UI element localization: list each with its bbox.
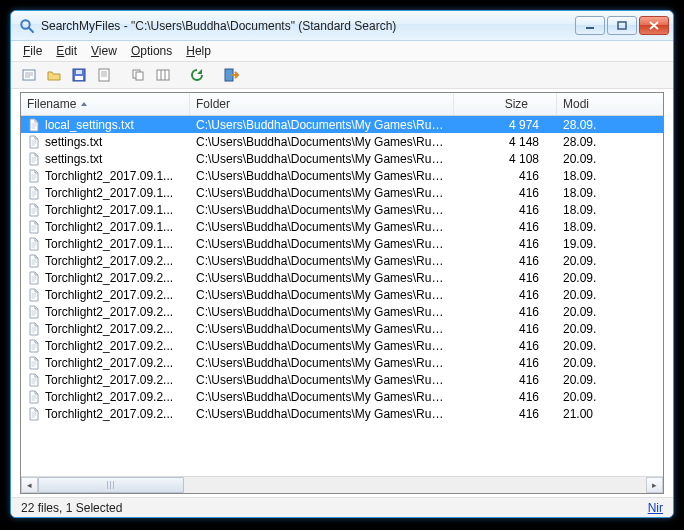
cell-filename: Torchlight2_2017.09.2...: [21, 322, 190, 336]
table-row[interactable]: Torchlight2_2017.09.2...C:\Users\Buddha\…: [21, 320, 663, 337]
cell-modified: 18.09.: [557, 186, 619, 200]
column-header-folder[interactable]: Folder: [190, 93, 454, 115]
filename-text: Torchlight2_2017.09.2...: [45, 373, 173, 387]
menu-edit[interactable]: Edit: [50, 42, 83, 60]
scroll-thumb[interactable]: [38, 477, 184, 493]
cell-filename: Torchlight2_2017.09.2...: [21, 271, 190, 285]
cell-modified: 20.09.: [557, 339, 619, 353]
toolbar-open-button[interactable]: [42, 64, 66, 86]
table-row[interactable]: Torchlight2_2017.09.1...C:\Users\Buddha\…: [21, 201, 663, 218]
table-row[interactable]: Torchlight2_2017.09.1...C:\Users\Buddha\…: [21, 184, 663, 201]
table-row[interactable]: Torchlight2_2017.09.2...C:\Users\Buddha\…: [21, 354, 663, 371]
cell-folder: C:\Users\Buddha\Documents\My Games\Runic…: [190, 390, 454, 404]
horizontal-scrollbar[interactable]: ◂ ▸: [21, 476, 663, 493]
file-listview[interactable]: Filename Folder Size Modi local_settings…: [20, 92, 664, 494]
cell-filename: Torchlight2_2017.09.2...: [21, 407, 190, 421]
cell-folder: C:\Users\Buddha\Documents\My Games\Runic…: [190, 271, 454, 285]
toolbar-properties-button[interactable]: [92, 64, 116, 86]
table-row[interactable]: Torchlight2_2017.09.2...C:\Users\Buddha\…: [21, 337, 663, 354]
table-row[interactable]: local_settings.txtC:\Users\Buddha\Docume…: [21, 116, 663, 133]
cell-folder: C:\Users\Buddha\Documents\My Games\Runic…: [190, 203, 454, 217]
cell-folder: C:\Users\Buddha\Documents\My Games\Runic…: [190, 237, 454, 251]
file-icon: [27, 271, 41, 285]
column-header-modified[interactable]: Modi: [557, 93, 619, 115]
menu-help[interactable]: Help: [180, 42, 217, 60]
scroll-left-arrow-icon[interactable]: ◂: [21, 477, 38, 493]
cell-size: 416: [454, 390, 557, 404]
filename-text: Torchlight2_2017.09.2...: [45, 407, 173, 421]
toolbar-save-button[interactable]: [67, 64, 91, 86]
cell-filename: Torchlight2_2017.09.2...: [21, 288, 190, 302]
filename-text: Torchlight2_2017.09.2...: [45, 356, 173, 370]
cell-size: 416: [454, 373, 557, 387]
filename-text: Torchlight2_2017.09.2...: [45, 271, 173, 285]
cell-filename: Torchlight2_2017.09.1...: [21, 186, 190, 200]
toolbar-search-button[interactable]: [17, 64, 41, 86]
menu-options[interactable]: Options: [125, 42, 178, 60]
file-icon: [27, 254, 41, 268]
cell-folder: C:\Users\Buddha\Documents\My Games\Runic…: [190, 169, 454, 183]
menu-view[interactable]: View: [85, 42, 123, 60]
svg-rect-16: [136, 72, 143, 80]
cell-filename: Torchlight2_2017.09.1...: [21, 203, 190, 217]
cell-size: 416: [454, 305, 557, 319]
app-icon: [19, 18, 35, 34]
filename-text: Torchlight2_2017.09.1...: [45, 237, 173, 251]
cell-filename: Torchlight2_2017.09.2...: [21, 390, 190, 404]
table-row[interactable]: Torchlight2_2017.09.2...C:\Users\Buddha\…: [21, 252, 663, 269]
maximize-button[interactable]: [607, 16, 637, 35]
cell-filename: Torchlight2_2017.09.2...: [21, 339, 190, 353]
file-icon: [27, 339, 41, 353]
table-row[interactable]: settings.txtC:\Users\Buddha\Documents\My…: [21, 150, 663, 167]
table-row[interactable]: Torchlight2_2017.09.2...C:\Users\Buddha\…: [21, 388, 663, 405]
cell-modified: 18.09.: [557, 169, 619, 183]
filename-text: Torchlight2_2017.09.1...: [45, 203, 173, 217]
column-header-size[interactable]: Size: [454, 93, 557, 115]
toolbar-copy-button[interactable]: [126, 64, 150, 86]
scroll-track[interactable]: [38, 477, 646, 493]
file-icon: [27, 407, 41, 421]
column-header-filename[interactable]: Filename: [21, 93, 190, 115]
table-row[interactable]: Torchlight2_2017.09.1...C:\Users\Buddha\…: [21, 235, 663, 252]
toolbar-select-columns-button[interactable]: [151, 64, 175, 86]
table-row[interactable]: Torchlight2_2017.09.2...C:\Users\Buddha\…: [21, 303, 663, 320]
table-row[interactable]: settings.txtC:\Users\Buddha\Documents\My…: [21, 133, 663, 150]
cell-modified: 21.00: [557, 407, 619, 421]
cell-folder: C:\Users\Buddha\Documents\My Games\Runic…: [190, 322, 454, 336]
file-icon: [27, 186, 41, 200]
cell-filename: Torchlight2_2017.09.1...: [21, 169, 190, 183]
cell-size: 416: [454, 339, 557, 353]
table-row[interactable]: Torchlight2_2017.09.1...C:\Users\Buddha\…: [21, 218, 663, 235]
cell-size: 416: [454, 220, 557, 234]
cell-folder: C:\Users\Buddha\Documents\My Games\Runic…: [190, 288, 454, 302]
menu-file[interactable]: File: [17, 42, 48, 60]
table-row[interactable]: Torchlight2_2017.09.1...C:\Users\Buddha\…: [21, 167, 663, 184]
cell-size: 4 108: [454, 152, 557, 166]
cell-folder: C:\Users\Buddha\Documents\My Games\Runic…: [190, 356, 454, 370]
cell-modified: 20.09.: [557, 271, 619, 285]
cell-filename: Torchlight2_2017.09.1...: [21, 237, 190, 251]
filename-text: Torchlight2_2017.09.1...: [45, 169, 173, 183]
cell-size: 416: [454, 322, 557, 336]
filename-text: Torchlight2_2017.09.2...: [45, 339, 173, 353]
titlebar[interactable]: SearchMyFiles - "C:\Users\Buddha\Documen…: [11, 11, 673, 41]
minimize-button[interactable]: [575, 16, 605, 35]
toolbar-exit-button[interactable]: [219, 64, 243, 86]
close-button[interactable]: [639, 16, 669, 35]
brand-link[interactable]: Nir: [648, 501, 663, 515]
table-row[interactable]: Torchlight2_2017.09.2...C:\Users\Buddha\…: [21, 269, 663, 286]
toolbar: [11, 61, 673, 89]
toolbar-refresh-button[interactable]: [185, 64, 209, 86]
cell-modified: 20.09.: [557, 356, 619, 370]
statusbar: 22 files, 1 Selected Nir: [11, 497, 673, 517]
cell-modified: 20.09.: [557, 288, 619, 302]
file-icon: [27, 118, 41, 132]
cell-size: 416: [454, 356, 557, 370]
table-row[interactable]: Torchlight2_2017.09.2...C:\Users\Buddha\…: [21, 405, 663, 422]
status-text: 22 files, 1 Selected: [21, 501, 122, 515]
table-row[interactable]: Torchlight2_2017.09.2...C:\Users\Buddha\…: [21, 286, 663, 303]
cell-size: 4 974: [454, 118, 557, 132]
cell-size: 416: [454, 237, 557, 251]
table-row[interactable]: Torchlight2_2017.09.2...C:\Users\Buddha\…: [21, 371, 663, 388]
scroll-right-arrow-icon[interactable]: ▸: [646, 477, 663, 493]
